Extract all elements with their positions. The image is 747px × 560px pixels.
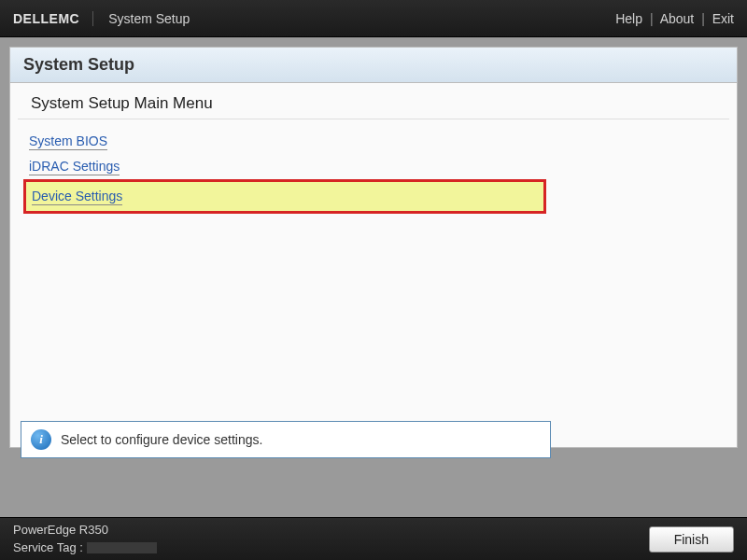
top-bar-right: Help | About | Exit [615, 11, 734, 26]
footer-info: PowerEdge R350 Service Tag : [13, 522, 157, 555]
info-message: Select to configure device settings. [61, 432, 262, 447]
panel-title: System Setup [10, 48, 737, 83]
service-tag-label: Service Tag : [13, 540, 83, 554]
top-bar-left: DELLEMC System Setup [13, 11, 190, 26]
help-link[interactable]: Help [615, 11, 642, 26]
info-box: i Select to configure device settings. [21, 421, 551, 458]
menu-item-idrac-settings[interactable]: iDRAC Settings [23, 154, 546, 179]
about-link[interactable]: About [660, 11, 695, 26]
bottom-bar: PowerEdge R350 Service Tag : Finish [0, 517, 747, 560]
model-label: PowerEdge R350 [13, 522, 157, 539]
main-panel: System Setup System Setup Main Menu Syst… [9, 47, 738, 448]
panel-subtitle: System Setup Main Menu [18, 83, 729, 119]
separator: | [701, 11, 705, 26]
service-tag-row: Service Tag : [13, 539, 157, 556]
info-icon: i [31, 429, 51, 450]
menu-item-device-settings[interactable]: Device Settings [23, 179, 546, 214]
menu-link[interactable]: iDRAC Settings [29, 159, 120, 175]
separator: | [650, 11, 654, 26]
brand-logo: DELLEMC [13, 11, 93, 26]
info-box-container: i Select to configure device settings. [0, 421, 747, 468]
menu-link[interactable]: System BIOS [29, 133, 107, 150]
exit-link[interactable]: Exit [712, 11, 734, 26]
menu-list: System BIOS iDRAC Settings Device Settin… [23, 129, 724, 214]
app-title: System Setup [108, 11, 190, 26]
finish-button[interactable]: Finish [649, 526, 734, 553]
top-bar: DELLEMC System Setup Help | About | Exit [0, 0, 747, 37]
menu-item-system-bios[interactable]: System BIOS [23, 129, 546, 154]
menu-link[interactable]: Device Settings [32, 189, 122, 205]
service-tag-value [87, 542, 157, 553]
